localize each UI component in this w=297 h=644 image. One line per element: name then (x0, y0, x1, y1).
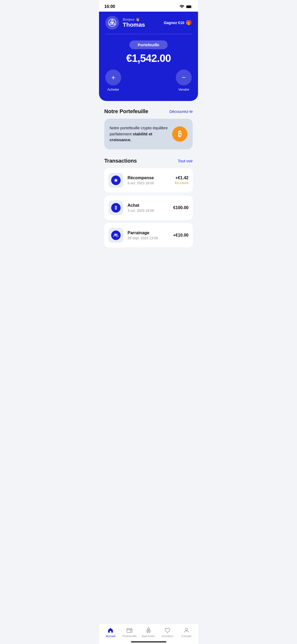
tx-name: Récompense (128, 176, 171, 180)
tx-icon-wrap-buy: ₿ (109, 200, 123, 215)
svg-rect-1 (186, 6, 191, 8)
transaction-item[interactable]: ₿ Achat 3 oct. 2023 18:00 €100.00 (104, 196, 193, 220)
status-bar: 16:00 (99, 0, 198, 12)
portfolio-title: Notre Portefeuille (104, 108, 148, 114)
wallet-amount: €1,542.00 (126, 52, 171, 64)
hero-divider (105, 34, 192, 34)
greeting-text: Bonjour 👋 (123, 17, 145, 21)
svg-point-5 (114, 234, 116, 235)
wifi-icon (180, 5, 184, 8)
tx-amount-wrap-reward: +€1.42 En cours (175, 176, 188, 185)
bitcoin-symbol: ₿ (115, 205, 117, 210)
tx-amount-wrap-buy: €100.00 (173, 205, 188, 210)
tx-date: 3 oct. 2023 18:00 (128, 209, 169, 213)
star-icon (114, 178, 118, 183)
battery-icon (186, 5, 193, 8)
gift-icon: 🎁 (186, 20, 192, 26)
transactions-header: Transactions Tout voir (104, 158, 193, 164)
tx-icon-star (111, 176, 121, 185)
sell-icon-circle: − (176, 70, 192, 85)
wallet-tab[interactable]: Portefeuille (129, 40, 168, 49)
earn-label: Gagnez €10 (164, 21, 184, 25)
tx-status: En cours (175, 181, 188, 185)
transactions-link[interactable]: Tout voir (178, 159, 193, 163)
earn-badge[interactable]: Gagnez €10 🎁 (164, 20, 192, 26)
hero-user: Bonjour 👋 Thomas (105, 16, 145, 30)
tx-info-buy: Achat 3 oct. 2023 18:00 (128, 203, 169, 213)
main-content: Notre Portefeuille Découvrez-le Notre po… (99, 101, 198, 277)
tx-name: Parrainage (128, 231, 169, 235)
referral-icon (113, 233, 119, 237)
svg-point-4 (111, 22, 113, 24)
transaction-item[interactable]: Récompense 8 oct. 2023 16:00 +€1.42 En c… (104, 168, 193, 192)
tx-amount-wrap-referral: +€10.00 (173, 233, 188, 238)
hero-section: Bonjour 👋 Thomas Gagnez €10 🎁 Portefeuil… (99, 12, 198, 101)
portfolio-description: Notre portefeuille crypto équilibre parf… (110, 125, 172, 143)
tx-icon-referral (111, 231, 121, 240)
tx-amount: €100.00 (173, 205, 188, 210)
tx-date: 8 oct. 2023 16:00 (128, 181, 171, 185)
tx-name: Achat (128, 203, 169, 208)
portfolio-link[interactable]: Découvrez-le (169, 109, 193, 114)
user-name: Thomas (123, 21, 145, 28)
tx-info-referral: Parrainage 28 sept. 2023 13:56 (128, 231, 169, 240)
svg-point-6 (116, 234, 117, 235)
transactions-title: Transactions (104, 158, 137, 164)
btc-icon: ₿ (172, 126, 187, 142)
sell-label: Vendre (178, 88, 189, 91)
transaction-item[interactable]: Parrainage 28 sept. 2023 13:56 +€10.00 (104, 223, 193, 247)
tx-icon-wrap-referral (109, 228, 123, 243)
buy-icon-circle: + (105, 70, 121, 85)
logo-svg (108, 19, 116, 27)
tx-amount: +€1.42 (175, 176, 188, 180)
portfolio-header: Notre Portefeuille Découvrez-le (104, 108, 193, 114)
portfolio-card: Notre portefeuille crypto équilibre parf… (104, 119, 193, 149)
wallet-section: Portefeuille €1,542.00 + Acheter − Vendr… (105, 40, 192, 91)
hero-top: Bonjour 👋 Thomas Gagnez €10 🎁 (105, 16, 192, 30)
tx-icon-bitcoin: ₿ (111, 203, 121, 213)
app-logo (105, 16, 119, 30)
tx-date: 28 sept. 2023 13:56 (128, 236, 169, 240)
sell-button[interactable]: − Vendre (176, 70, 192, 91)
greeting-block: Bonjour 👋 Thomas (123, 17, 145, 28)
tx-amount: +€10.00 (173, 233, 188, 238)
tx-info-reward: Récompense 8 oct. 2023 16:00 (128, 176, 171, 185)
buy-button[interactable]: + Acheter (105, 70, 121, 91)
tx-icon-wrap-reward (109, 173, 123, 188)
buy-label: Acheter (107, 88, 119, 91)
wallet-actions: + Acheter − Vendre (105, 70, 192, 91)
transactions-section: Transactions Tout voir Récompense 8 oct.… (104, 158, 193, 247)
status-time: 16:00 (104, 4, 115, 9)
status-icons (180, 5, 193, 8)
